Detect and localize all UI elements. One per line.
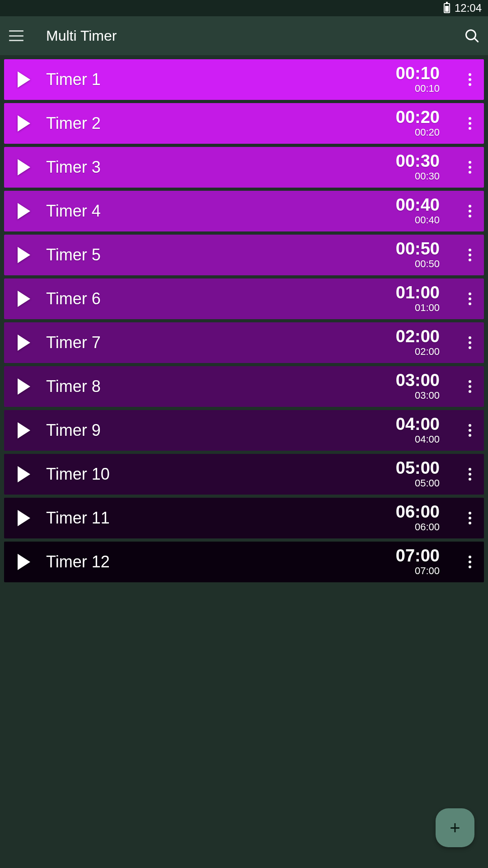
timer-row[interactable]: Timer 500:5000:50 — [4, 235, 484, 275]
timer-times: 00:3000:30 — [396, 152, 440, 182]
play-icon[interactable] — [18, 115, 30, 132]
timer-sub-time: 07:00 — [396, 565, 440, 577]
more-icon[interactable] — [464, 113, 476, 134]
play-icon[interactable] — [18, 203, 30, 219]
timer-name: Timer 7 — [46, 333, 396, 352]
plus-icon: + — [450, 819, 460, 837]
timer-name: Timer 4 — [46, 202, 396, 221]
timer-row[interactable]: Timer 601:0001:00 — [4, 278, 484, 319]
app-bar: Multi Timer — [0, 16, 488, 55]
timer-main-time: 00:30 — [396, 152, 440, 170]
timer-sub-time: 06:00 — [396, 521, 440, 533]
more-icon[interactable] — [464, 463, 476, 485]
timer-name: Timer 10 — [46, 465, 396, 484]
more-icon[interactable] — [464, 288, 476, 310]
timer-main-time: 05:00 — [396, 459, 440, 476]
timer-times: 04:0004:00 — [396, 415, 440, 445]
timer-sub-time: 00:20 — [396, 127, 440, 138]
timer-name: Timer 11 — [46, 509, 396, 528]
play-icon[interactable] — [18, 247, 30, 263]
timer-times: 00:4000:40 — [396, 196, 440, 226]
timer-row[interactable]: Timer 1005:0005:00 — [4, 454, 484, 495]
timer-main-time: 00:50 — [396, 240, 440, 257]
timer-main-time: 04:00 — [396, 415, 440, 433]
more-icon[interactable] — [464, 507, 476, 529]
timer-times: 07:0007:00 — [396, 547, 440, 577]
timer-main-time: 02:00 — [396, 328, 440, 345]
play-icon[interactable] — [18, 291, 30, 307]
timer-row[interactable]: Timer 300:3000:30 — [4, 147, 484, 188]
timer-main-time: 03:00 — [396, 372, 440, 389]
timer-sub-time: 01:00 — [396, 302, 440, 314]
search-icon[interactable] — [465, 28, 479, 43]
timer-name: Timer 5 — [46, 245, 396, 264]
status-bar: 12:04 — [0, 0, 488, 16]
timer-row[interactable]: Timer 904:0004:00 — [4, 410, 484, 451]
timer-name: Timer 8 — [46, 377, 396, 396]
timer-main-time: 00:20 — [396, 108, 440, 126]
more-icon[interactable] — [464, 376, 476, 397]
play-icon[interactable] — [18, 335, 30, 351]
timer-sub-time: 00:50 — [396, 258, 440, 270]
timer-times: 02:0002:00 — [396, 328, 440, 358]
timer-times: 05:0005:00 — [396, 459, 440, 489]
timer-times: 00:1000:10 — [396, 65, 440, 94]
play-icon[interactable] — [18, 378, 30, 395]
timer-sub-time: 03:00 — [396, 390, 440, 401]
timer-name: Timer 6 — [46, 289, 396, 308]
add-timer-button[interactable]: + — [436, 808, 474, 847]
status-time: 12:04 — [455, 2, 482, 14]
timer-sub-time: 00:10 — [396, 83, 440, 94]
timer-name: Timer 9 — [46, 421, 396, 440]
play-icon[interactable] — [18, 159, 30, 175]
timer-main-time: 06:00 — [396, 503, 440, 520]
menu-icon[interactable] — [9, 30, 23, 41]
timer-sub-time: 04:00 — [396, 434, 440, 445]
timer-main-time: 00:10 — [396, 65, 440, 82]
timer-row[interactable]: Timer 200:2000:20 — [4, 103, 484, 144]
timer-row[interactable]: Timer 803:0003:00 — [4, 366, 484, 407]
battery-icon — [444, 3, 450, 13]
app-title: Multi Timer — [46, 28, 465, 44]
timer-times: 00:2000:20 — [396, 108, 440, 138]
timer-row[interactable]: Timer 1106:0006:00 — [4, 498, 484, 538]
timer-row[interactable]: Timer 1207:0007:00 — [4, 542, 484, 582]
timer-times: 00:5000:50 — [396, 240, 440, 270]
more-icon[interactable] — [464, 332, 476, 354]
timer-sub-time: 02:00 — [396, 346, 440, 358]
more-icon[interactable] — [464, 244, 476, 266]
timer-sub-time: 00:40 — [396, 214, 440, 226]
more-icon[interactable] — [464, 200, 476, 222]
timer-main-time: 07:00 — [396, 547, 440, 564]
play-icon[interactable] — [18, 510, 30, 526]
timer-row[interactable]: Timer 702:0002:00 — [4, 322, 484, 363]
more-icon[interactable] — [464, 156, 476, 178]
more-icon[interactable] — [464, 551, 476, 573]
timer-times: 03:0003:00 — [396, 372, 440, 401]
timer-list: Timer 100:1000:10Timer 200:2000:20Timer … — [0, 55, 488, 590]
timer-times: 06:0006:00 — [396, 503, 440, 533]
more-icon[interactable] — [464, 420, 476, 441]
timer-sub-time: 05:00 — [396, 477, 440, 489]
play-icon[interactable] — [18, 466, 30, 482]
timer-name: Timer 1 — [46, 70, 396, 89]
timer-name: Timer 2 — [46, 114, 396, 133]
timer-row[interactable]: Timer 100:1000:10 — [4, 59, 484, 100]
timer-name: Timer 3 — [46, 158, 396, 177]
timer-times: 01:0001:00 — [396, 284, 440, 314]
more-icon[interactable] — [464, 69, 476, 90]
play-icon[interactable] — [18, 71, 30, 88]
timer-main-time: 00:40 — [396, 196, 440, 213]
play-icon[interactable] — [18, 422, 30, 439]
timer-sub-time: 00:30 — [396, 170, 440, 182]
timer-row[interactable]: Timer 400:4000:40 — [4, 191, 484, 231]
play-icon[interactable] — [18, 554, 30, 570]
timer-main-time: 01:00 — [396, 284, 440, 301]
timer-name: Timer 12 — [46, 552, 396, 571]
